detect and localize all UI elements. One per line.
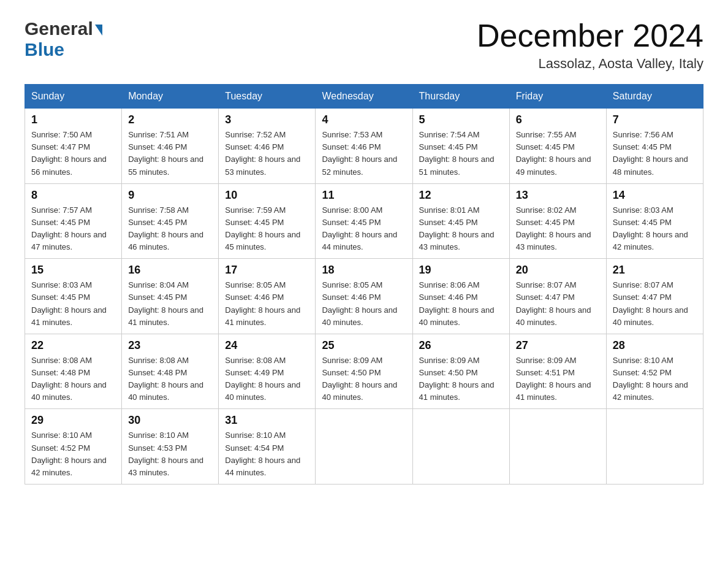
- table-row: 22 Sunrise: 8:08 AMSunset: 4:48 PMDaylig…: [25, 334, 122, 409]
- table-row: 25 Sunrise: 8:09 AMSunset: 4:50 PMDaylig…: [316, 334, 412, 409]
- table-row: [606, 409, 703, 484]
- day-number: 14: [613, 189, 697, 202]
- day-info: Sunrise: 8:06 AMSunset: 4:46 PMDaylight:…: [419, 279, 503, 329]
- day-number: 6: [516, 113, 600, 126]
- table-row: 15 Sunrise: 8:03 AMSunset: 4:45 PMDaylig…: [25, 259, 122, 334]
- table-row: [509, 409, 606, 484]
- table-row: 16 Sunrise: 8:04 AMSunset: 4:45 PMDaylig…: [122, 259, 219, 334]
- table-row: 30 Sunrise: 8:10 AMSunset: 4:53 PMDaylig…: [122, 409, 219, 484]
- day-info: Sunrise: 7:50 AMSunset: 4:47 PMDaylight:…: [31, 129, 115, 178]
- day-info: Sunrise: 8:08 AMSunset: 4:48 PMDaylight:…: [128, 354, 212, 404]
- day-number: 12: [419, 189, 503, 202]
- calendar-week-row: 8 Sunrise: 7:57 AMSunset: 4:45 PMDayligh…: [25, 183, 703, 259]
- header-tuesday: Tuesday: [219, 85, 316, 109]
- day-number: 25: [322, 339, 406, 352]
- table-row: 20 Sunrise: 8:07 AMSunset: 4:47 PMDaylig…: [509, 259, 606, 334]
- day-info: Sunrise: 8:05 AMSunset: 4:46 PMDaylight:…: [225, 279, 309, 329]
- day-number: 2: [128, 113, 212, 126]
- calendar-week-row: 29 Sunrise: 8:10 AMSunset: 4:52 PMDaylig…: [25, 409, 703, 484]
- day-info: Sunrise: 8:10 AMSunset: 4:52 PMDaylight:…: [613, 354, 697, 404]
- header-sunday: Sunday: [25, 85, 122, 109]
- day-number: 27: [516, 339, 600, 352]
- table-row: 5 Sunrise: 7:54 AMSunset: 4:45 PMDayligh…: [412, 109, 509, 184]
- logo-triangle-icon: [95, 25, 102, 36]
- table-row: 19 Sunrise: 8:06 AMSunset: 4:46 PMDaylig…: [412, 259, 509, 334]
- day-info: Sunrise: 8:08 AMSunset: 4:49 PMDaylight:…: [225, 354, 309, 404]
- day-number: 3: [225, 113, 309, 126]
- day-info: Sunrise: 8:04 AMSunset: 4:45 PMDaylight:…: [128, 279, 212, 329]
- table-row: 26 Sunrise: 8:09 AMSunset: 4:50 PMDaylig…: [412, 334, 509, 409]
- table-row: [412, 409, 509, 484]
- day-info: Sunrise: 8:09 AMSunset: 4:50 PMDaylight:…: [322, 354, 406, 404]
- table-row: 12 Sunrise: 8:01 AMSunset: 4:45 PMDaylig…: [412, 183, 509, 259]
- day-info: Sunrise: 7:54 AMSunset: 4:45 PMDaylight:…: [419, 129, 503, 178]
- day-number: 9: [128, 189, 212, 202]
- day-number: 15: [31, 264, 115, 277]
- table-row: 17 Sunrise: 8:05 AMSunset: 4:46 PMDaylig…: [219, 259, 316, 334]
- day-info: Sunrise: 7:52 AMSunset: 4:46 PMDaylight:…: [225, 129, 309, 178]
- table-row: 27 Sunrise: 8:09 AMSunset: 4:51 PMDaylig…: [509, 334, 606, 409]
- location-title: Lassolaz, Aosta Valley, Italy: [477, 56, 703, 72]
- day-number: 7: [613, 113, 697, 126]
- header-saturday: Saturday: [606, 85, 703, 109]
- table-row: 4 Sunrise: 7:53 AMSunset: 4:46 PMDayligh…: [316, 109, 412, 184]
- table-row: 1 Sunrise: 7:50 AMSunset: 4:47 PMDayligh…: [25, 109, 122, 184]
- day-number: 5: [419, 113, 503, 126]
- day-info: Sunrise: 8:03 AMSunset: 4:45 PMDaylight:…: [613, 204, 697, 254]
- day-info: Sunrise: 7:51 AMSunset: 4:46 PMDaylight:…: [128, 129, 212, 178]
- table-row: 23 Sunrise: 8:08 AMSunset: 4:48 PMDaylig…: [122, 334, 219, 409]
- day-number: 18: [322, 264, 406, 277]
- day-info: Sunrise: 8:10 AMSunset: 4:53 PMDaylight:…: [128, 429, 212, 479]
- day-number: 29: [31, 414, 115, 427]
- day-number: 8: [31, 189, 115, 202]
- day-info: Sunrise: 8:03 AMSunset: 4:45 PMDaylight:…: [31, 279, 115, 329]
- day-info: Sunrise: 7:53 AMSunset: 4:46 PMDaylight:…: [322, 129, 406, 178]
- table-row: 8 Sunrise: 7:57 AMSunset: 4:45 PMDayligh…: [25, 183, 122, 259]
- day-number: 1: [31, 113, 115, 126]
- table-row: 14 Sunrise: 8:03 AMSunset: 4:45 PMDaylig…: [606, 183, 703, 259]
- day-info: Sunrise: 7:59 AMSunset: 4:45 PMDaylight:…: [225, 204, 309, 254]
- table-row: 10 Sunrise: 7:59 AMSunset: 4:45 PMDaylig…: [219, 183, 316, 259]
- day-number: 31: [225, 414, 309, 427]
- month-title: December 2024: [477, 18, 703, 53]
- day-info: Sunrise: 7:57 AMSunset: 4:45 PMDaylight:…: [31, 204, 115, 254]
- day-number: 11: [322, 189, 406, 202]
- table-row: 29 Sunrise: 8:10 AMSunset: 4:52 PMDaylig…: [25, 409, 122, 484]
- table-row: 31 Sunrise: 8:10 AMSunset: 4:54 PMDaylig…: [219, 409, 316, 484]
- table-row: [316, 409, 412, 484]
- logo: General Blue: [25, 18, 102, 60]
- day-info: Sunrise: 8:09 AMSunset: 4:50 PMDaylight:…: [419, 354, 503, 404]
- day-number: 13: [516, 189, 600, 202]
- table-row: 9 Sunrise: 7:58 AMSunset: 4:45 PMDayligh…: [122, 183, 219, 259]
- calendar-header-row: Sunday Monday Tuesday Wednesday Thursday…: [25, 85, 703, 109]
- table-row: 7 Sunrise: 7:56 AMSunset: 4:45 PMDayligh…: [606, 109, 703, 184]
- day-number: 21: [613, 264, 697, 277]
- logo-blue: Blue: [25, 39, 64, 59]
- table-row: 11 Sunrise: 8:00 AMSunset: 4:45 PMDaylig…: [316, 183, 412, 259]
- logo-general: General: [25, 18, 93, 39]
- table-row: 6 Sunrise: 7:55 AMSunset: 4:45 PMDayligh…: [509, 109, 606, 184]
- header-monday: Monday: [122, 85, 219, 109]
- table-row: 3 Sunrise: 7:52 AMSunset: 4:46 PMDayligh…: [219, 109, 316, 184]
- header-friday: Friday: [509, 85, 606, 109]
- day-number: 26: [419, 339, 503, 352]
- table-row: 18 Sunrise: 8:05 AMSunset: 4:46 PMDaylig…: [316, 259, 412, 334]
- day-number: 17: [225, 264, 309, 277]
- day-number: 4: [322, 113, 406, 126]
- page-header: General Blue December 2024 Lassolaz, Aos…: [25, 18, 703, 72]
- header-wednesday: Wednesday: [316, 85, 412, 109]
- title-section: December 2024 Lassolaz, Aosta Valley, It…: [477, 18, 703, 72]
- day-info: Sunrise: 8:01 AMSunset: 4:45 PMDaylight:…: [419, 204, 503, 254]
- day-number: 23: [128, 339, 212, 352]
- table-row: 21 Sunrise: 8:07 AMSunset: 4:47 PMDaylig…: [606, 259, 703, 334]
- day-info: Sunrise: 8:10 AMSunset: 4:54 PMDaylight:…: [225, 429, 309, 479]
- day-info: Sunrise: 8:02 AMSunset: 4:45 PMDaylight:…: [516, 204, 600, 254]
- day-number: 24: [225, 339, 309, 352]
- day-info: Sunrise: 8:10 AMSunset: 4:52 PMDaylight:…: [31, 429, 115, 479]
- header-thursday: Thursday: [412, 85, 509, 109]
- day-number: 20: [516, 264, 600, 277]
- calendar-week-row: 22 Sunrise: 8:08 AMSunset: 4:48 PMDaylig…: [25, 334, 703, 409]
- day-number: 16: [128, 264, 212, 277]
- calendar-week-row: 15 Sunrise: 8:03 AMSunset: 4:45 PMDaylig…: [25, 259, 703, 334]
- table-row: 2 Sunrise: 7:51 AMSunset: 4:46 PMDayligh…: [122, 109, 219, 184]
